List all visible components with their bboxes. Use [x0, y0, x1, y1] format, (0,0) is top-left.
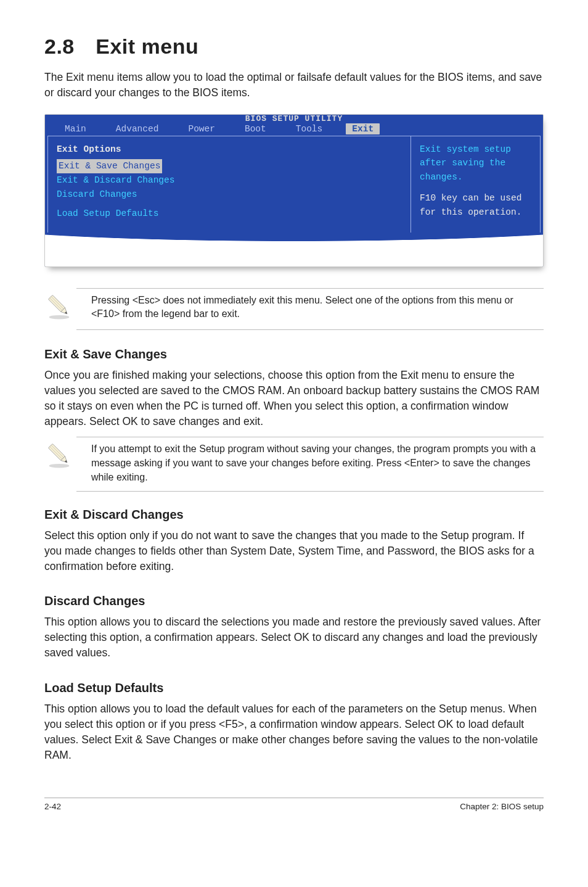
section-heading: Exit & Discard Changes [44, 508, 544, 522]
page-heading: 2.8 Exit menu [44, 35, 544, 59]
bios-tab-power[interactable]: Power [182, 123, 221, 134]
section-body: Select this option only if you do not wa… [44, 528, 544, 575]
section-heading: Discard Changes [44, 594, 544, 608]
section-body: This option allows you to load the defau… [44, 701, 544, 764]
page-number: 2-42 [44, 802, 61, 811]
note-block: If you attempt to exit the Setup program… [76, 437, 544, 491]
bios-option-selected[interactable]: Exit & Save Changes [57, 159, 402, 173]
bios-help-pane: Exit system setup after saving the chang… [411, 136, 541, 233]
bios-left-pane: Exit Options Exit & Save Changes Exit & … [47, 136, 411, 233]
bios-title-text: BIOS SETUP UTILITY [245, 114, 343, 123]
note-block: Pressing <Esc> does not immediately exit… [76, 288, 544, 330]
bios-tab-exit[interactable]: Exit [346, 123, 380, 134]
intro-block: The Exit menu items allow you to load th… [44, 70, 544, 101]
bios-titlebar: BIOS SETUP UTILITY [45, 115, 543, 123]
bios-section-title: Exit Options [57, 142, 402, 157]
page-footer: 2-42 Chapter 2: BIOS setup [44, 798, 544, 811]
bios-body: Exit Options Exit & Save Changes Exit & … [45, 136, 543, 233]
bios-help-text-2: F10 key can be used for this operation. [420, 191, 531, 219]
section-heading: Exit & Save Changes [44, 347, 544, 361]
section-heading: Load Setup Defaults [44, 681, 544, 695]
intro-text: The Exit menu items allow you to load th… [44, 70, 544, 101]
section-body: This option allows you to discard the se… [44, 614, 544, 661]
bios-option[interactable]: Exit & Discard Changes [57, 173, 402, 188]
bios-tab-advanced[interactable]: Advanced [110, 123, 165, 134]
bios-screenshot: BIOS SETUP UTILITY Main Advanced Power B… [44, 114, 544, 267]
bios-tab-main[interactable]: Main [59, 123, 92, 134]
svg-rect-7 [48, 444, 65, 461]
bios-option-selected-label: Exit & Save Changes [57, 159, 162, 173]
bios-bottom-curve [45, 232, 543, 266]
bios-option[interactable]: Load Setup Defaults [57, 207, 402, 221]
bios-tab-boot[interactable]: Boot [239, 123, 272, 134]
bios-tab-tools[interactable]: Tools [290, 123, 329, 134]
bios-help-text-1: Exit system setup after saving the chang… [420, 142, 531, 184]
note-text: If you attempt to exit the Setup program… [91, 442, 544, 484]
svg-point-6 [49, 464, 70, 468]
note-text: Pressing <Esc> does not immediately exit… [91, 294, 544, 321]
svg-point-0 [49, 315, 70, 320]
section-body: Once you are finished making your select… [44, 368, 544, 430]
bios-option[interactable]: Discard Changes [57, 188, 402, 202]
document-page: 2.8 Exit menu The Exit menu items allow … [0, 0, 588, 836]
bios-tab-row: Main Advanced Power Boot Tools Exit [45, 123, 543, 136]
pencil-note-icon [44, 440, 74, 472]
pencil-note-icon [44, 291, 74, 323]
bios-spacer [57, 202, 402, 207]
chapter-label: Chapter 2: BIOS setup [460, 802, 544, 811]
svg-rect-1 [48, 295, 65, 311]
